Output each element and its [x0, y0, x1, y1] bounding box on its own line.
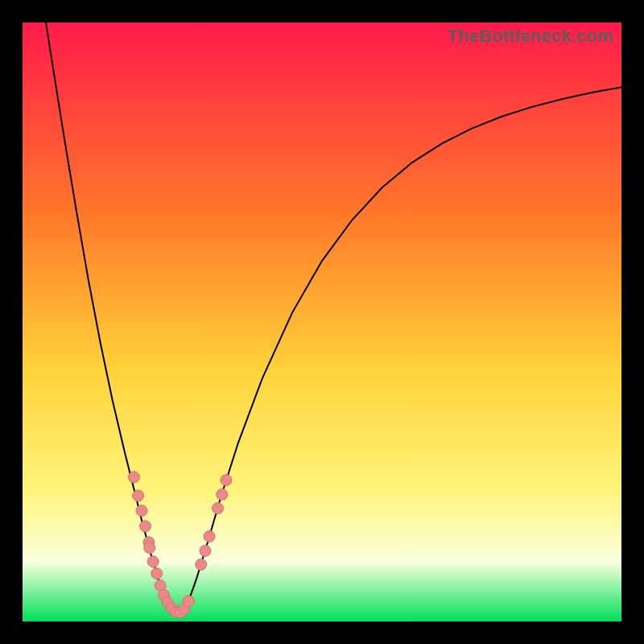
data-marker: [213, 502, 224, 514]
data-marker: [128, 472, 139, 483]
plot-area: TheBottleneck.com: [23, 23, 621, 621]
data-marker: [183, 596, 194, 607]
data-marker: [221, 474, 232, 485]
data-marker: [133, 490, 144, 502]
data-marker: [217, 489, 228, 500]
data-marker: [200, 545, 211, 556]
data-marker: [147, 556, 159, 568]
watermark-text: TheBottleneck.com: [448, 26, 613, 47]
data-marker: [151, 568, 163, 579]
data-marker: [204, 530, 215, 542]
data-marker: [196, 559, 207, 570]
chart-svg: [23, 23, 621, 621]
data-marker: [140, 521, 151, 532]
data-markers: [128, 472, 232, 618]
data-marker: [136, 505, 147, 516]
data-marker: [144, 542, 155, 553]
chart-frame: TheBottleneck.com: [0, 0, 644, 644]
bottleneck-curve: [46, 23, 621, 613]
